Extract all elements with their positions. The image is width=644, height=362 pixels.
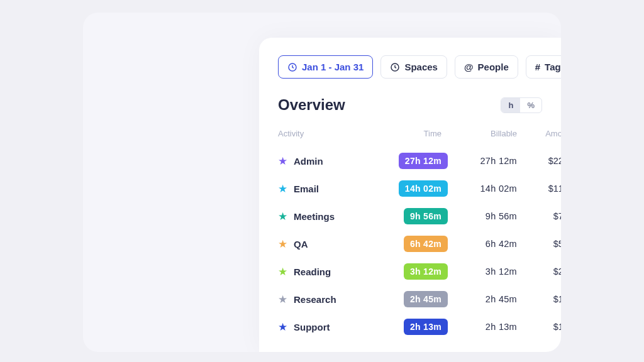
table-row[interactable]: ★ Support 2h 13m 2h 13m $170 bbox=[278, 313, 542, 341]
activity-name: QA bbox=[294, 239, 308, 250]
time-pill: 6h 42m bbox=[404, 236, 448, 252]
activity-cell: ★ Research bbox=[278, 294, 372, 305]
overview-header: Overview h % bbox=[278, 96, 542, 114]
date-range-label: Jan 1 - Jan 31 bbox=[302, 62, 364, 72]
billable-value: 14h 02m bbox=[448, 184, 517, 194]
activity-name: Meetings bbox=[294, 211, 335, 222]
time-pill: 2h 45m bbox=[404, 291, 448, 307]
unit-hours[interactable]: h bbox=[501, 98, 520, 112]
col-amount: Amount bbox=[517, 129, 561, 138]
table-row[interactable]: ★ Research 2h 45m 2h 45m $170 bbox=[278, 285, 542, 313]
billable-value: 3h 12m bbox=[448, 266, 517, 277]
activity-name: Support bbox=[294, 322, 330, 332]
overview-title: Overview bbox=[278, 96, 345, 114]
amount-value: $765 bbox=[517, 211, 561, 221]
clock-icon bbox=[287, 62, 297, 72]
star-icon: ★ bbox=[278, 266, 287, 277]
table-row[interactable]: ★ Meetings 9h 56m 9h 56m $765 bbox=[278, 202, 542, 230]
star-icon: ★ bbox=[278, 156, 287, 167]
time-pill: 27h 12m bbox=[399, 153, 448, 169]
at-icon: @ bbox=[464, 62, 474, 72]
amount-value: $255 bbox=[517, 266, 561, 277]
activity-name: Email bbox=[294, 184, 319, 194]
billable-value: 27h 12m bbox=[448, 156, 517, 166]
table-row[interactable]: ★ Admin 27h 12m 27h 12m $2295 bbox=[278, 147, 542, 175]
people-filter[interactable]: @ People bbox=[455, 55, 518, 79]
billable-value: 6h 42m bbox=[448, 239, 517, 249]
activity-name: Admin bbox=[294, 156, 323, 167]
star-icon: ★ bbox=[278, 239, 287, 250]
report-card: Jan 1 - Jan 31 Spaces @ People # Tags Ov… bbox=[83, 13, 561, 352]
date-range-filter[interactable]: Jan 1 - Jan 31 bbox=[278, 55, 373, 79]
amount-value: $1190 bbox=[517, 184, 561, 194]
activity-name: Reading bbox=[294, 266, 331, 277]
star-icon: ★ bbox=[278, 322, 287, 332]
star-icon: ★ bbox=[278, 184, 287, 194]
unit-toggle: h % bbox=[501, 97, 542, 113]
table-row[interactable]: ★ Email 14h 02m 14h 02m $1190 bbox=[278, 175, 542, 202]
table-row[interactable]: ★ Reading 3h 12m 3h 12m $255 bbox=[278, 258, 542, 285]
col-billable: Billable bbox=[448, 129, 517, 138]
clock-icon bbox=[390, 62, 400, 72]
unit-percent[interactable]: % bbox=[520, 98, 541, 112]
activity-cell: ★ Reading bbox=[278, 266, 372, 277]
activity-name: Research bbox=[294, 294, 336, 305]
report-panel: Jan 1 - Jan 31 Spaces @ People # Tags Ov… bbox=[259, 38, 561, 352]
amount-value: $170 bbox=[517, 322, 561, 332]
tags-label: Tags bbox=[545, 62, 561, 72]
col-time: Time bbox=[372, 129, 448, 138]
time-pill: 2h 13m bbox=[404, 319, 448, 335]
amount-value: $170 bbox=[517, 294, 561, 304]
spaces-label: Spaces bbox=[404, 62, 438, 72]
table-body: ★ Admin 27h 12m 27h 12m $2295 ★ Email 14… bbox=[278, 147, 542, 341]
time-pill: 9h 56m bbox=[404, 208, 448, 224]
hash-icon: # bbox=[535, 62, 540, 72]
amount-value: $2295 bbox=[517, 156, 561, 166]
spaces-filter[interactable]: Spaces bbox=[380, 55, 447, 79]
people-label: People bbox=[478, 62, 509, 72]
activity-cell: ★ Admin bbox=[278, 156, 372, 167]
star-icon: ★ bbox=[278, 294, 287, 305]
activity-cell: ★ QA bbox=[278, 239, 372, 250]
star-icon: ★ bbox=[278, 211, 287, 222]
time-pill: 14h 02m bbox=[399, 180, 448, 197]
billable-value: 2h 45m bbox=[448, 294, 517, 304]
filter-bar: Jan 1 - Jan 31 Spaces @ People # Tags bbox=[278, 55, 542, 79]
activity-cell: ★ Email bbox=[278, 184, 372, 194]
activity-cell: ★ Support bbox=[278, 322, 372, 332]
table-row[interactable]: ★ QA 6h 42m 6h 42m $510 bbox=[278, 230, 542, 258]
col-activity: Activity bbox=[278, 129, 372, 138]
table-header: Activity Time Billable Amount bbox=[278, 129, 542, 138]
activity-cell: ★ Meetings bbox=[278, 211, 372, 222]
billable-value: 2h 13m bbox=[448, 322, 517, 332]
billable-value: 9h 56m bbox=[448, 211, 517, 221]
tags-filter[interactable]: # Tags bbox=[526, 55, 561, 79]
time-pill: 3h 12m bbox=[404, 263, 448, 280]
amount-value: $510 bbox=[517, 239, 561, 249]
